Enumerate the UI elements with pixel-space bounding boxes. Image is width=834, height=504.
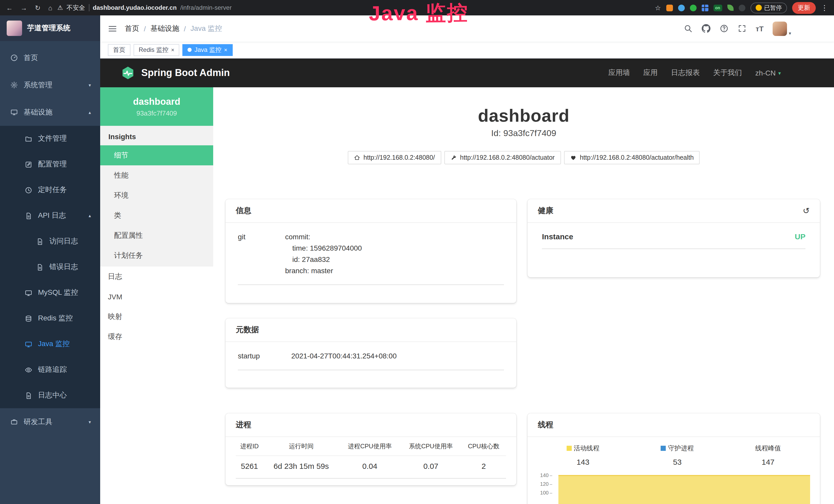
tag-java-monitor[interactable]: Java 监控 ×: [183, 44, 233, 56]
process-col-label: 系统CPU使用率: [400, 440, 462, 456]
history-icon[interactable]: ↺: [803, 207, 810, 215]
metadata-value: 2021-04-27T00:44:31.254+08:00: [291, 350, 397, 362]
extension-icon-dark[interactable]: [739, 4, 745, 11]
sba-nav-about[interactable]: 关于我们: [713, 68, 742, 77]
sba-nav-applications[interactable]: 应用: [643, 68, 658, 77]
menu-item-details[interactable]: 细节: [100, 145, 213, 165]
process-col-value: 2: [461, 456, 506, 478]
sba-brand[interactable]: Spring Boot Admin: [141, 67, 230, 78]
extension-icon-on-badge[interactable]: on: [713, 4, 722, 11]
sidebar-item-home[interactable]: 首页: [0, 44, 100, 71]
card-title: 元数据: [236, 325, 259, 335]
card-title: 信息: [236, 206, 251, 216]
extension-icon-orange[interactable]: [666, 4, 673, 11]
menu-item-jvm[interactable]: JVM: [100, 287, 213, 306]
card-title: 线程: [538, 420, 553, 430]
menu-section-insights: Insights: [100, 126, 213, 145]
menu-item-environment[interactable]: 环境: [100, 185, 213, 205]
instance-actuator-link[interactable]: http://192.168.0.2:48080/actuator: [444, 151, 561, 164]
sidebar-item-file-mgmt[interactable]: 文件管理: [0, 126, 100, 152]
sidebar-item-api-logs[interactable]: API 日志 ▴: [0, 203, 100, 229]
spring-boot-admin-logo-icon[interactable]: [121, 66, 135, 80]
divider: [89, 4, 89, 11]
sidebar-item-label: 首页: [24, 53, 38, 62]
hamburger-icon[interactable]: [108, 24, 117, 33]
github-icon[interactable]: [702, 24, 710, 33]
sidebar-item-tracing[interactable]: 链路追踪: [0, 357, 100, 383]
health-instance-label[interactable]: Instance: [542, 232, 573, 241]
menu-item-classes[interactable]: 类: [100, 205, 213, 225]
menu-item-config-properties[interactable]: 配置属性: [100, 225, 213, 246]
sidebar-item-java-monitor[interactable]: Java 监控: [0, 331, 100, 357]
app-logo[interactable]: 芋道管理系统: [0, 16, 100, 41]
menu-item-caches[interactable]: 缓存: [100, 327, 213, 347]
instance-id: 93a3fc7f7409: [136, 109, 177, 117]
live-threads-area: [558, 475, 810, 504]
sidebar-item-mysql-monitor[interactable]: MySQL 监控: [0, 280, 100, 305]
sba-nav-wallboard[interactable]: 应用墙: [609, 68, 630, 77]
tag-home[interactable]: 首页: [108, 44, 130, 56]
menu-item-mappings[interactable]: 映射: [100, 306, 213, 327]
close-icon[interactable]: ×: [171, 47, 174, 53]
warning-icon: ⚠: [58, 4, 63, 11]
legend-peak-threads: 线程峰值 147: [755, 444, 781, 466]
active-dot: [188, 48, 192, 52]
forward-icon[interactable]: →: [21, 4, 27, 12]
sba-nav-journal[interactable]: 日志报表: [671, 68, 700, 77]
help-icon[interactable]: [720, 24, 728, 33]
font-size-icon[interactable]: тT: [756, 24, 764, 32]
sidebar-item-label: 基础设施: [24, 108, 52, 117]
sidebar-item-dev-tools[interactable]: 研发工具 ▾: [0, 408, 100, 435]
breadcrumb-separator: /: [144, 24, 146, 32]
instance-header[interactable]: dashboard 93a3fc7f7409: [100, 87, 213, 126]
instance-root-link[interactable]: http://192.168.0.2:48080/: [348, 151, 441, 164]
heartbeat-icon: [570, 155, 576, 161]
reload-icon[interactable]: ↻: [35, 4, 41, 12]
menu-item-logs[interactable]: 日志: [100, 267, 213, 287]
sidebar-item-redis-monitor[interactable]: Redis 监控: [0, 305, 100, 331]
browser-home-icon[interactable]: ⌂: [48, 4, 52, 12]
extension-icon-leaf[interactable]: [727, 5, 733, 11]
address-bar[interactable]: ⚠ 不安全 dashboard.yudao.iocoder.cn/infra/a…: [58, 3, 232, 12]
search-icon[interactable]: [684, 24, 693, 33]
sidebar-item-infrastructure[interactable]: 基础设施 ▴: [0, 98, 100, 126]
close-icon[interactable]: ×: [224, 47, 227, 53]
breadcrumb-home[interactable]: 首页: [125, 24, 139, 33]
sidebar-item-label: Redis 监控: [38, 314, 73, 323]
sidebar-item-label: 访问日志: [49, 237, 78, 246]
app-title: 芋道管理系统: [27, 24, 70, 33]
extension-icon-green-circle[interactable]: [690, 4, 696, 11]
fullscreen-icon[interactable]: [738, 24, 746, 33]
legend-swatch-blue: [661, 446, 666, 451]
sidebar-item-label: 研发工具: [24, 417, 52, 427]
sidebar-item-error-logs[interactable]: 错误日志: [0, 254, 100, 280]
app-logo-image: [7, 21, 22, 36]
sidebar-item-log-center[interactable]: 日志中心: [0, 383, 100, 408]
extension-icon-drop[interactable]: [678, 4, 684, 11]
browser-menu-icon[interactable]: ⋮: [821, 4, 828, 12]
document-icon: [25, 392, 32, 399]
paused-label: 已暂停: [764, 4, 782, 12]
chevron-up-icon: ▴: [89, 213, 91, 218]
tag-redis-monitor[interactable]: Redis 监控 ×: [134, 44, 179, 56]
breadcrumb-infrastructure[interactable]: 基础设施: [151, 24, 179, 33]
y-axis-tick: 100: [539, 490, 552, 496]
paused-badge[interactable]: 已暂停: [750, 2, 787, 13]
menu-item-scheduled-tasks[interactable]: 计划任务: [100, 246, 213, 266]
sba-header: Spring Boot Admin 应用墙 应用 日志报表 关于我们 zh-CN…: [100, 59, 834, 87]
menu-item-performance[interactable]: 性能: [100, 165, 213, 185]
bookmark-star-icon[interactable]: ☆: [655, 4, 661, 12]
back-icon[interactable]: ←: [6, 4, 13, 12]
user-menu[interactable]: ▾: [773, 21, 791, 36]
sidebar-item-access-logs[interactable]: 访问日志: [0, 229, 100, 254]
sidebar-item-system-mgmt[interactable]: 系统管理 ▾: [0, 71, 100, 98]
sidebar-item-config-mgmt[interactable]: 配置管理: [0, 152, 100, 177]
instance-health-link[interactable]: http://192.168.0.2:48080/actuator/health: [564, 151, 700, 164]
update-button[interactable]: 更新: [792, 2, 816, 14]
legend-value: 53: [661, 458, 694, 466]
process-table: 进程ID 运行时间 进程CPU使用率 系统CPU使用率 CPU核心数: [236, 440, 506, 479]
y-axis-tick: 120: [539, 481, 552, 487]
sidebar-item-cron-jobs[interactable]: 定时任务: [0, 177, 100, 203]
sba-locale-select[interactable]: zh-CN ▾: [755, 69, 781, 77]
extension-icon-grid[interactable]: [701, 4, 708, 11]
